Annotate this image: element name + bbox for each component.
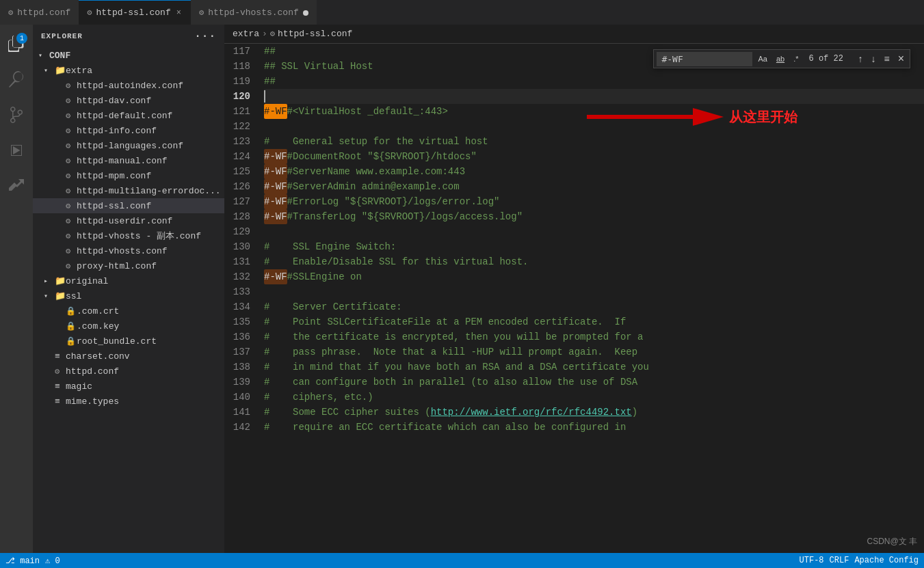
close-icon[interactable]: × [175,7,183,19]
source-control-activity-icon[interactable] [0,98,33,131]
list-item[interactable]: ⚙httpd-ssl.conf [33,198,224,213]
line-number: 142 [224,420,250,435]
search-activity-icon[interactable] [0,63,33,96]
watermark: CSDN@文 丰 [867,536,917,547]
code-line[interactable] [264,284,924,299]
more-icon[interactable]: ··· [194,30,216,42]
line-endings: CRLF [830,556,849,565]
editor-content[interactable]: 1171181191201211221231241251261271281291… [224,44,924,553]
gear-file-icon: ⚙ [66,156,77,166]
match-case-btn[interactable]: Aa [754,53,770,65]
code-line[interactable]: # Point SSLCertificateFile at a PEM enco… [264,314,924,329]
list-item[interactable]: ▾📁ssl [33,288,224,303]
chevron-down-icon: ▾ [38,51,49,59]
list-item[interactable]: ⚙httpd-manual.conf [33,153,224,168]
gear-file-icon: ⚙ [66,171,77,181]
run-activity-icon[interactable] [0,134,33,167]
breadcrumb-gear: ⚙ [270,29,275,39]
list-item[interactable]: ≡charset.conv [33,349,224,364]
list-item[interactable]: ⚙httpd-multilang-errordoc... [33,183,224,198]
list-item[interactable]: ⚙httpd-vhosts.conf [33,243,224,258]
code-line[interactable]: # SSL Engine Switch: [264,239,924,254]
extensions-activity-icon[interactable] [0,170,33,202]
list-item[interactable]: ⚙httpd-info.conf [33,123,224,138]
code-line[interactable]: #-WF#ErrorLog "${SRVROOT}/logs/error.log… [264,194,924,209]
code-token: # Point SSLCertificateFile at a PEM enco… [264,314,626,329]
language-mode: Apache Config [854,556,919,565]
list-item[interactable]: 🔒.com.crt [33,303,224,319]
code-line[interactable]: # ciphers, etc.) [264,390,924,405]
gear-file-icon: ⚙ [66,231,77,241]
line-number: 137 [224,344,250,360]
code-area[interactable]: #### SSL Virtual Host###-WF#<VirtualHost… [259,44,924,553]
code-line[interactable]: # Enable/Disable SSL for this virtual ho… [264,254,924,269]
find-close-btn[interactable]: × [895,51,907,66]
app-container: ⚙ httpd.conf ⚙ httpd-ssl.conf × ⚙ httpd-… [0,0,924,568]
tree-item-label: proxy-html.conf [77,261,157,271]
list-item[interactable]: ≡mime.types [33,394,224,409]
code-token: ## [264,44,276,59]
lock-icon: 🔒 [66,306,77,316]
line-number: 117 [224,44,250,59]
tree-item-label: httpd-dav.conf [77,96,151,106]
code-token: #<VirtualHost _default_:443> [287,104,448,119]
list-item[interactable]: ⚙httpd-mpm.conf [33,168,224,183]
code-line[interactable]: # pass phrase. Note that a kill -HUP wil… [264,344,924,360]
files-badge: 1 [16,33,27,44]
tree-item-label: httpd.conf [66,366,119,377]
find-menu-btn[interactable]: ≡ [881,52,892,66]
line-number: 120 [224,89,250,104]
tab-httpd-vhosts-conf[interactable]: ⚙ httpd-vhosts.conf [191,0,317,25]
list-item[interactable]: ⚙proxy-html.conf [33,258,224,273]
line-number: 125 [224,164,250,179]
list-item[interactable]: 🔒root_bundle.crt [33,334,224,349]
find-prev-btn[interactable]: ↑ [855,52,865,66]
code-line[interactable]: #-WF#ServerAdmin admin@example.com [264,179,924,194]
whole-word-btn[interactable]: ab [773,53,788,65]
gear-file-icon: ⚙ [66,216,77,226]
code-line[interactable]: #-WF#ServerName www.example.com:443 [264,164,924,179]
list-item[interactable]: ≡magic [33,379,224,394]
line-number: 140 [224,390,250,405]
list-item[interactable]: ⚙httpd-default.conf [33,108,224,123]
code-line[interactable]: #-WF#<VirtualHost _default_:443> [264,104,924,119]
list-item[interactable]: ⚙httpd-dav.conf [33,93,224,108]
code-line[interactable]: # the certificate is encrypted, then you… [264,329,924,344]
code-line[interactable]: #-WF#TransferLog "${SRVROOT}/logs/access… [264,209,924,224]
find-next-btn[interactable]: ↓ [868,52,878,66]
tab-httpd-ssl-conf[interactable]: ⚙ httpd-ssl.conf × [79,0,191,25]
code-token: #-WF [264,194,287,209]
find-bar[interactable]: Aa ab .* 6 of 22 ↑ ↓ ≡ × [653,49,910,68]
breadcrumb-extra[interactable]: extra [233,29,259,39]
code-line[interactable]: ## [264,74,924,89]
tree-item-label: mime.types [66,396,119,407]
list-item[interactable]: 🔒.com.key [33,319,224,334]
sidebar-root[interactable]: ▾CONF [33,48,224,63]
files-activity-icon[interactable]: 1 [0,27,33,60]
tab-label: httpd-vhosts.conf [208,8,299,18]
list-item[interactable]: ⚙httpd-languages.conf [33,138,224,153]
line-number: 128 [224,209,250,224]
list-item[interactable]: ⚙httpd-vhosts - 副本.conf [33,228,224,243]
code-line[interactable] [264,119,924,134]
list-item[interactable]: ⚙httpd-userdir.conf [33,213,224,228]
list-item[interactable]: ⚙httpd.conf [33,364,224,379]
code-line[interactable]: # in mind that if you have both an RSA a… [264,360,924,375]
code-line[interactable]: # require an ECC certificate which can a… [264,420,924,435]
list-item[interactable]: ▸📁original [33,273,224,288]
tree-item-label: ssl [66,291,81,301]
code-line[interactable] [264,224,924,239]
tab-httpd-conf[interactable]: ⚙ httpd.conf [0,0,79,25]
code-line[interactable]: #-WF#SSLEngine on [264,269,924,284]
code-line[interactable]: # Some ECC cipher suites (http://www.iet… [264,405,924,420]
modified-dot-icon [303,10,308,16]
code-line[interactable]: # Server Certificate: [264,299,924,314]
code-line[interactable]: #-WF#DocumentRoot "${SRVROOT}/htdocs" [264,149,924,164]
regex-btn[interactable]: .* [790,53,802,65]
list-item[interactable]: ⚙httpd-autoindex.conf [33,78,224,93]
list-item[interactable]: ▾📁extra [33,63,224,78]
code-line[interactable] [264,89,924,104]
code-line[interactable]: # can configure both in parallel (to als… [264,375,924,390]
code-line[interactable]: # General setup for the virtual host [264,134,924,149]
find-input[interactable] [657,52,752,66]
